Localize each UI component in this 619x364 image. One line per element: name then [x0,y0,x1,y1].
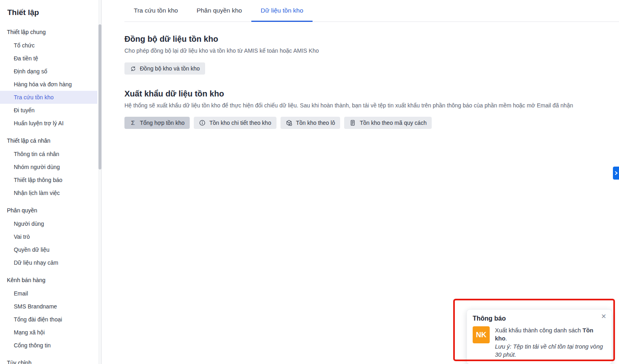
sidebar-item-du-lieu-nhay-cam[interactable]: Dữ liệu nhạy cảm [0,256,97,269]
export-section-description: Hệ thống sẽ xuất khẩu dữ liệu tồn kho để… [124,102,619,109]
info-icon [199,120,206,126]
sidebar-item-da-tien-te[interactable]: Đa tiền tệ [0,52,97,65]
sync-icon [130,65,136,72]
sidebar-scrollbar-thumb[interactable] [99,24,101,169]
toast-message-text: Xuất khẩu thành công danh sách [495,327,583,334]
nav-group-thiet-lap-ca-nhan: Thiết lập cá nhânThông tin cá nhânNhóm n… [0,134,97,199]
tab-bar: Tra cứu tồn khoPhân quyền khoDữ liệu tồn… [124,0,619,22]
toast-message[interactable]: Xuất khẩu thành công danh sách Tồn kho. … [495,326,605,359]
nav-group-header-tuy-chinh: Tùy chỉnh [0,356,97,364]
export-button-ton-kho-chi-tiet-theo-kho[interactable]: Tồn kho chi tiết theo kho [194,117,276,129]
nav-group-phan-quyen: Phân quyềnNgười dùngVai tròQuyền dữ liệu… [0,203,97,269]
sidebar-item-nhan-lich-lam-viec[interactable]: Nhận lịch làm việc [0,186,97,199]
sidebar-item-vai-tro[interactable]: Vai trò [0,230,97,243]
nav-group-header-phan-quyen: Phân quyền [0,203,97,217]
sidebar-item-thong-tin-ca-nhan[interactable]: Thông tin cá nhân [0,148,97,161]
sidebar: Thiết lập Thiết lập chungTổ chứcĐa tiền … [0,0,102,364]
export-button-ton-kho-theo-ma-quy-cach[interactable]: Tồn kho theo mã quy cách [344,117,432,129]
sidebar-item-dinh-dang-so[interactable]: Định dạng số [0,65,97,78]
toast-note: Lưu ý: Tệp tin tải về chỉ tồn tại trong … [495,343,605,359]
sidebar-item-quyen-du-lieu[interactable]: Quyền dữ liệu [0,243,97,256]
export-button-ton-kho-theo-lo[interactable]: Tồn kho theo lô [281,117,341,129]
nav-group-header-thiet-lap-ca-nhan: Thiết lập cá nhân [0,134,97,148]
sidebar-item-mang-xa-hoi[interactable]: Mạng xã hội [0,326,97,339]
chevron-right-icon [614,171,618,175]
cube-icon [286,120,292,126]
nav-group-header-kenh-ban-hang: Kênh bán hàng [0,273,97,287]
nav-group-thiet-lap-chung: Thiết lập chungTổ chứcĐa tiền tệĐịnh dạn… [0,25,97,130]
nav-group-tuy-chinh: Tùy chỉnh [0,356,97,364]
export-button-tong-hop-ton-kho[interactable]: ΣTổng hợp tồn kho [124,117,190,129]
sync-warehouse-button[interactable]: Đồng bộ kho và tồn kho [124,62,205,75]
expand-panel-button[interactable] [613,167,619,180]
tab-phan-quyen-kho[interactable]: Phân quyền kho [187,0,251,22]
toast-badge: NK [473,326,490,343]
tab-du-lieu-ton-kho[interactable]: Dữ liệu tồn kho [251,0,313,22]
spec-list-icon [349,120,356,126]
tab-tra-cuu-ton-kho[interactable]: Tra cứu tồn kho [124,0,187,22]
sidebar-item-tong-dai-dien-thoai[interactable]: Tổng đài điện thoại [0,313,97,326]
sigma-icon: Σ [130,120,136,126]
nav-group-kenh-ban-hang: Kênh bán hàngEmailSMS BrandnameTổng đài … [0,273,97,352]
nav-group-header-thiet-lap-chung: Thiết lập chung [0,25,97,39]
toast-title: Thông báo [473,315,605,322]
sync-section-description: Cho phép đồng bộ lại dữ liệu kho và tồn … [124,47,619,54]
main-content: Đồng bộ dữ liệu tồn kho Cho phép đồng bộ… [102,34,619,129]
sidebar-item-huan-luyen-tro-ly-ai[interactable]: Huấn luyện trợ lý AI [0,117,97,130]
sync-section-title: Đồng bộ dữ liệu tồn kho [124,34,619,44]
sidebar-nav: Thiết lập chungTổ chứcĐa tiền tệĐịnh dạn… [0,25,97,364]
sidebar-item-tra-cuu-ton-kho[interactable]: Tra cứu tồn kho [0,91,97,104]
export-button-label: Tồn kho theo mã quy cách [360,120,426,126]
sidebar-item-hang-hoa-va-don-hang[interactable]: Hàng hóa và đơn hàng [0,78,97,91]
sidebar-title: Thiết lập [0,0,101,25]
toast-message-suffix: . [505,335,507,342]
export-buttons-row: ΣTổng hợp tồn khoTồn kho chi tiết theo k… [124,117,619,129]
sidebar-item-email[interactable]: Email [0,287,97,300]
settings-page: Thiết lập Thiết lập chungTổ chứcĐa tiền … [0,0,619,364]
export-section-title: Xuất khẩu dữ liệu tồn kho [124,89,619,98]
export-button-label: Tồn kho theo lô [296,120,335,126]
sidebar-item-cong-thong-tin[interactable]: Cổng thông tin [0,339,97,352]
close-icon[interactable]: ✕ [601,312,606,321]
sidebar-item-nguoi-dung[interactable]: Người dùng [0,217,97,230]
sidebar-item-to-chuc[interactable]: Tổ chức [0,39,97,52]
notification-toast: ✕ Thông báo NK Xuất khẩu thành công danh… [467,309,612,364]
sidebar-item-sms-brandname[interactable]: SMS Brandname [0,300,97,313]
sync-button-label: Đồng bộ kho và tồn kho [140,65,200,72]
sidebar-item-di-tuyen[interactable]: Đi tuyến [0,104,97,117]
sidebar-item-nhom-nguoi-dung[interactable]: Nhóm người dùng [0,161,97,173]
export-button-label: Tổng hợp tồn kho [140,120,184,126]
sidebar-item-thiet-lap-thong-bao[interactable]: Thiết lập thông báo [0,173,97,186]
export-button-label: Tồn kho chi tiết theo kho [209,120,271,126]
